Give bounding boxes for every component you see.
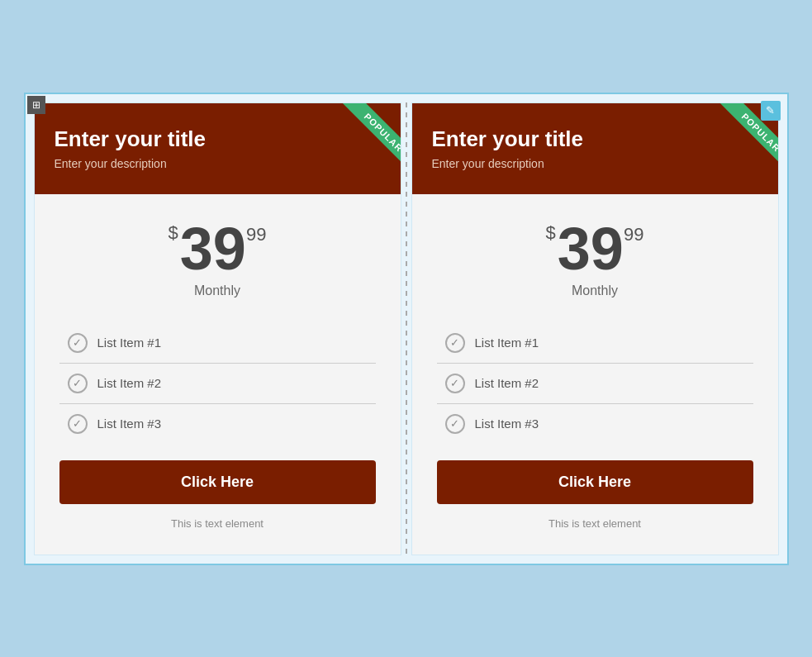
- list-item-label-1: List Item #1: [97, 336, 162, 350]
- pricing-widget: ⊞ ✎ Enter your title Enter your descript…: [24, 93, 789, 565]
- card-2-cents: 99: [624, 226, 643, 244]
- card-1-price-block: $ 39 99 Monthly: [59, 211, 376, 307]
- card-1-ribbon: POPULAR: [326, 103, 401, 178]
- edit-icon[interactable]: ✎: [761, 101, 781, 121]
- card-1-amount: 39: [180, 219, 246, 279]
- check-icon-6: ✓: [445, 414, 465, 434]
- check-icon-1: ✓: [68, 333, 88, 353]
- card-2-footer-text: This is text element: [437, 517, 753, 538]
- cta-button-1[interactable]: Click Here: [59, 460, 376, 504]
- card-2-period: Monthly: [437, 283, 753, 298]
- card-1-currency: $: [169, 224, 178, 242]
- card-2-body: $ 39 99 Monthly ✓ List Item #1 ✓ List It…: [412, 194, 778, 555]
- card-1-header: Enter your title Enter your description …: [35, 103, 401, 194]
- cta-button-2[interactable]: Click Here: [437, 460, 753, 504]
- pricing-card-1: Enter your title Enter your description …: [34, 102, 401, 555]
- card-1-period: Monthly: [59, 283, 376, 298]
- pricing-card-2: Enter your title Enter your description …: [411, 102, 779, 555]
- card-1-cents: 99: [246, 226, 266, 244]
- list-item-label-4: List Item #1: [475, 336, 539, 350]
- list-item: ✓ List Item #3: [437, 404, 753, 444]
- list-item: ✓ List Item #3: [59, 404, 376, 444]
- grid-icon[interactable]: ⊞: [27, 96, 45, 114]
- card-1-body: $ 39 99 Monthly ✓ List Item #1 ✓ List It…: [35, 194, 401, 555]
- card-2-amount: 39: [558, 219, 624, 279]
- list-item-label-5: List Item #2: [475, 376, 539, 390]
- card-2-price-block: $ 39 99 Monthly: [437, 211, 753, 307]
- list-item-label-2: List Item #2: [97, 376, 162, 390]
- card-divider: [406, 102, 407, 555]
- list-item-label-6: List Item #3: [475, 417, 539, 431]
- check-icon-2: ✓: [68, 374, 88, 393]
- card-1-footer-text: This is text element: [59, 517, 376, 538]
- check-icon-3: ✓: [68, 414, 88, 434]
- list-item: ✓ List Item #2: [59, 364, 376, 404]
- card-2-currency: $: [546, 224, 556, 242]
- list-item: ✓ List Item #2: [437, 364, 753, 404]
- check-icon-4: ✓: [445, 333, 465, 353]
- card-2-header: Enter your title Enter your description …: [412, 103, 778, 194]
- card-1-price-row: $ 39 99: [59, 219, 376, 279]
- card-2-price-row: $ 39 99: [437, 219, 753, 279]
- card-1-list-items: ✓ List Item #1 ✓ List Item #2 ✓ List Ite…: [59, 323, 376, 444]
- card-1-ribbon-text: POPULAR: [342, 103, 400, 161]
- list-item: ✓ List Item #1: [59, 323, 376, 364]
- list-item: ✓ List Item #1: [437, 323, 753, 364]
- list-item-label-3: List Item #3: [97, 417, 162, 431]
- card-2-list-items: ✓ List Item #1 ✓ List Item #2 ✓ List Ite…: [437, 323, 753, 444]
- check-icon-5: ✓: [445, 374, 465, 393]
